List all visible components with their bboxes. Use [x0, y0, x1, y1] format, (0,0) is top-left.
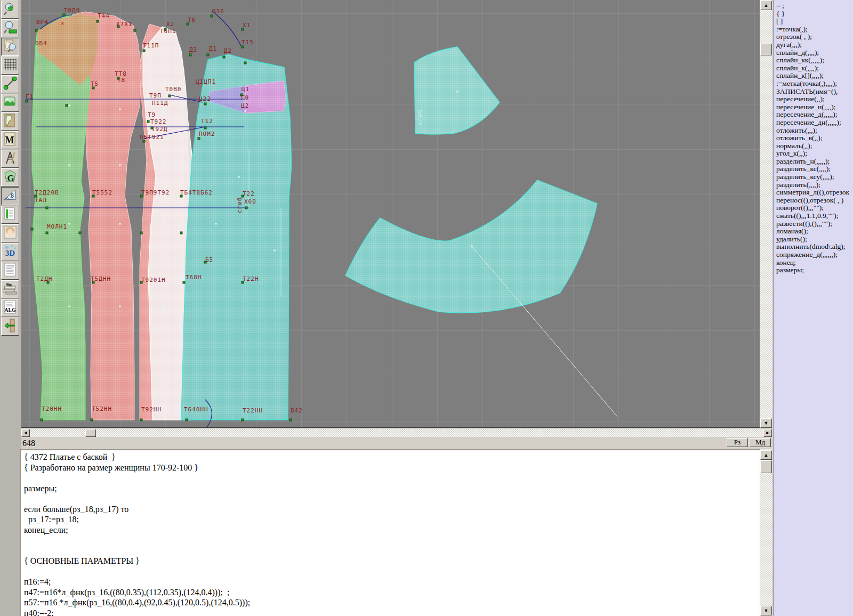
- zoom-out-button[interactable]: [1, 19, 19, 37]
- pattern-piece-button[interactable]: [1, 112, 19, 131]
- command-item[interactable]: симметрия_л((),отрезок: [776, 189, 853, 197]
- command-item[interactable]: :=точка(,);: [776, 26, 853, 34]
- code-line: конец_если;: [24, 525, 760, 536]
- status-bar: 648 Рз Мд: [21, 437, 772, 449]
- command-item[interactable]: развести((),(),,,"");: [776, 220, 853, 228]
- grid-button[interactable]: [1, 56, 19, 75]
- svg-text:M: M: [5, 135, 14, 145]
- command-item[interactable]: отложить_в(,,);: [776, 134, 853, 142]
- exit-arrow-icon: [3, 318, 18, 335]
- command-item[interactable]: отрезок( , );: [776, 33, 853, 41]
- md-button[interactable]: Мд: [750, 438, 771, 447]
- books-icon: [3, 281, 18, 298]
- command-item[interactable]: { }: [776, 10, 853, 18]
- status-number: 648: [22, 439, 35, 448]
- command-item[interactable]: удалить();: [776, 236, 853, 244]
- cad-application-window: MAG83DALG: [0, 0, 853, 616]
- view-3d-button[interactable]: 3D: [1, 243, 19, 261]
- command-item[interactable]: поворот((),,,"");: [776, 204, 853, 212]
- photo-icon: [3, 225, 18, 242]
- command-item[interactable]: сплайн_к(,,,,);: [776, 64, 853, 72]
- command-item[interactable]: [ ]: [776, 18, 853, 26]
- segment-button[interactable]: [1, 75, 19, 93]
- code-line: [24, 535, 760, 546]
- editor-scroll-up-icon[interactable]: ▲: [760, 450, 772, 460]
- pattern-piece-facing-fan[interactable]: [414, 47, 500, 134]
- editor-scroll-down-icon[interactable]: ▼: [760, 606, 772, 615]
- left-toolbar: MAG83DALG: [0, 0, 21, 616]
- measurements-button[interactable]: M: [1, 131, 19, 149]
- command-item[interactable]: пересечение_н(,,,,);: [776, 103, 853, 111]
- editor-vscrollbar[interactable]: [760, 449, 772, 616]
- library-button[interactable]: [1, 280, 19, 298]
- command-item[interactable]: выполнить(dmod\.alg);: [776, 243, 853, 251]
- command-item[interactable]: сжать((),,,1.1,0.9,"");: [776, 212, 853, 220]
- algorithm-editor[interactable]: { 4372 Платье с баской }{ Разработано на…: [20, 449, 760, 616]
- code-line: { ОСНОВНЫЕ ПАРАМЕТРЫ }: [24, 556, 760, 566]
- command-item[interactable]: пересечение_д(,,,,,);: [776, 111, 853, 119]
- grid-icon: [3, 57, 18, 74]
- canvas-vscroll-thumb[interactable]: [760, 44, 772, 55]
- command-item[interactable]: разделить_н(,,,,,);: [776, 158, 853, 166]
- canvas-vscrollbar[interactable]: [760, 0, 772, 427]
- command-item[interactable]: дуга(,,,);: [776, 41, 853, 49]
- command-item[interactable]: разделить(,,,,);: [776, 181, 853, 189]
- graphics-button[interactable]: G: [1, 168, 19, 187]
- canvas-hscrollbar[interactable]: [21, 429, 772, 437]
- command-item[interactable]: сплайн_кк(,,,,,);: [776, 56, 853, 64]
- command-item[interactable]: разделить_ксу(,,,,);: [776, 173, 853, 181]
- svg-text:ALG: ALG: [4, 307, 16, 313]
- model-photo-button[interactable]: [1, 224, 19, 242]
- alg-icon: ALG: [3, 299, 18, 317]
- compass-icon: A: [3, 150, 18, 167]
- code-line: [24, 473, 760, 483]
- letter-g-icon: G: [3, 169, 18, 186]
- command-item[interactable]: пересечение_дн(,,,,,);: [776, 119, 853, 127]
- algorithm-button[interactable]: ALG: [1, 299, 19, 317]
- drawing-canvas[interactable]: ВР4✕Т0Д0Т44Х7Х1ОБ4Х2Т6П1Т6В16Х1Т15Т11ПД3…: [21, 0, 760, 428]
- canvas-hscroll-thumb[interactable]: [85, 429, 96, 437]
- svg-text:3D: 3D: [5, 249, 15, 257]
- command-item[interactable]: ЗАПИСАТЬ(имя=(),: [776, 88, 853, 96]
- zoom-in-button[interactable]: [1, 1, 19, 19]
- code-line: { Разработано на размер женщины 170-92-1…: [24, 463, 760, 473]
- editor-vscroll-thumb[interactable]: [760, 460, 772, 473]
- command-item[interactable]: пересечение(,,);: [776, 95, 853, 103]
- text-list-button[interactable]: [1, 262, 19, 280]
- table-button[interactable]: [1, 206, 19, 224]
- command-item[interactable]: ломаная();: [776, 228, 853, 236]
- command-item[interactable]: перенос((),отрезок( , ): [776, 197, 853, 205]
- code-line: [24, 546, 760, 556]
- canvas-scroll-up-icon[interactable]: ▲: [760, 1, 772, 10]
- code-line: [24, 566, 760, 577]
- exit-button[interactable]: [1, 318, 19, 336]
- table-icon: [3, 206, 18, 223]
- code-line: если больше(рз_18,рз_17) то: [24, 504, 760, 515]
- code-line: п16:=4;: [24, 577, 760, 587]
- command-item[interactable]: отложить(,,,);: [776, 127, 853, 135]
- view-fragment-button[interactable]: [1, 38, 19, 56]
- pattern-icon: [3, 113, 18, 130]
- command-item[interactable]: сопряжение_д(,,,,,,);: [776, 251, 853, 259]
- canvas-scroll-right-icon[interactable]: ►: [763, 429, 772, 437]
- command-item[interactable]: угол_к(,,);: [776, 150, 853, 158]
- magnifier-minus-icon: [3, 20, 18, 37]
- ruler-button[interactable]: 8: [1, 187, 19, 205]
- command-item[interactable]: :=метка(точка(,),,,,);: [776, 80, 853, 88]
- command-item[interactable]: нормаль(,,);: [776, 142, 853, 150]
- command-item[interactable]: = ;: [776, 2, 853, 10]
- canvas-scroll-left-icon[interactable]: ◄: [21, 429, 30, 437]
- command-item[interactable]: разделить_кс(,,,,);: [776, 165, 853, 173]
- command-panel: = ;{ }[ ]:=точка(,);отрезок( , );дуга(,,…: [773, 0, 853, 616]
- command-item[interactable]: сплайн_к[](,,,,);: [776, 72, 853, 80]
- image-button[interactable]: [1, 94, 19, 112]
- command-item[interactable]: конец;: [776, 259, 853, 267]
- rz-button[interactable]: Рз: [727, 438, 748, 447]
- image-icon: [3, 94, 18, 111]
- code-line: [24, 493, 760, 504]
- code-line: размеры;: [24, 483, 760, 494]
- command-item[interactable]: сплайн_д(,,,,);: [776, 49, 853, 57]
- drafting-button[interactable]: A: [1, 150, 19, 168]
- command-item[interactable]: размеры;: [776, 266, 853, 274]
- canvas-scroll-down-icon[interactable]: ▼: [760, 418, 772, 428]
